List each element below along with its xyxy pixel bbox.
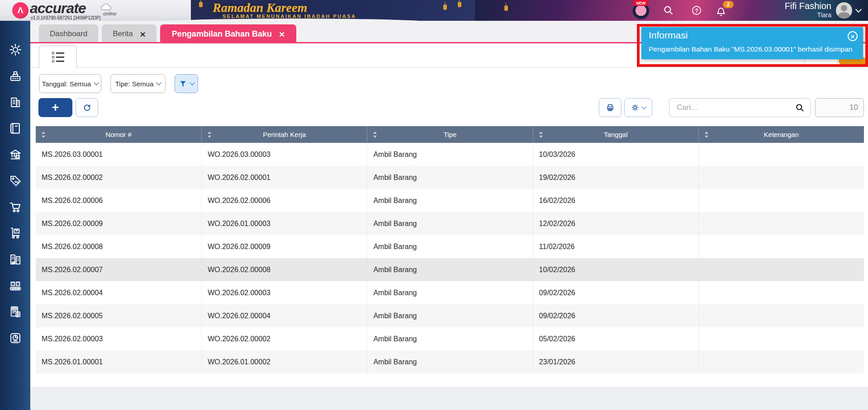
list-view-tab[interactable] — [39, 45, 77, 68]
settings-gear-icon[interactable] — [9, 43, 22, 57]
table-row[interactable]: MS.2026.02.00008WO.2026.02.00009Ambil Ba… — [36, 235, 864, 258]
bank-icon[interactable] — [9, 148, 22, 161]
close-icon[interactable]: × — [140, 29, 146, 39]
table-cell — [698, 281, 864, 304]
page-size-value: 10 — [849, 103, 858, 112]
table-cell — [698, 350, 864, 373]
table-cell: MS.2026.02.00003 — [36, 327, 201, 350]
filter-funnel-button[interactable] — [175, 74, 198, 93]
table-cell: WO.2026.03.00003 — [201, 143, 367, 166]
filter-tanggal-dropdown[interactable]: Tanggal: Semua — [39, 74, 101, 93]
table-row[interactable]: MS.2026.02.00002WO.2026.02.00001Ambil Ba… — [36, 166, 864, 189]
column-header[interactable]: Perintah Kerja — [201, 126, 367, 143]
chevron-down-icon — [157, 80, 161, 85]
sort-icon[interactable] — [41, 131, 46, 138]
company-building-icon[interactable] — [9, 95, 22, 109]
table-cell: 12/02/2026 — [533, 212, 698, 235]
banner-subtitle: SELAMAT MENUNAIKAN IBADAH PUASA — [223, 14, 356, 19]
plus-icon: + — [52, 101, 59, 115]
search-icon[interactable] — [662, 4, 675, 17]
sort-icon[interactable] — [207, 131, 212, 138]
column-header[interactable]: Tanggal — [533, 126, 698, 143]
table-row[interactable]: MS.2026.02.00006WO.2026.02.00006Ambil Ba… — [36, 189, 864, 212]
price-tag-rp-icon[interactable]: Rp — [9, 174, 22, 188]
hand-truck-icon[interactable] — [9, 226, 22, 240]
table-row[interactable]: MS.2026.02.00007WO.2026.02.00008Ambil Ba… — [36, 258, 864, 281]
table-cell: 23/01/2026 — [533, 350, 698, 373]
shopping-cart-icon[interactable] — [9, 200, 22, 214]
table-row[interactable]: MS.2026.02.00003WO.2026.02.00002Ambil Ba… — [36, 327, 864, 350]
table-cell: MS.2026.02.00006 — [36, 189, 201, 212]
table-header-row: Nomor #Perintah KerjaTipeTanggalKeterang… — [36, 126, 864, 143]
svg-text:?: ? — [695, 8, 698, 14]
table-row[interactable]: MS.2026.02.00009WO.2026.01.00003Ambil Ba… — [36, 212, 864, 235]
refresh-button[interactable] — [76, 98, 98, 117]
help-icon[interactable]: ? — [690, 4, 703, 17]
print-button[interactable] — [599, 98, 621, 117]
fixed-asset-icon[interactable] — [9, 253, 22, 266]
column-label: Nomor # — [105, 131, 132, 138]
table-cell: Ambil Barang — [367, 189, 532, 212]
add-button[interactable]: + — [38, 98, 72, 117]
table-settings-button[interactable] — [624, 98, 652, 117]
tab-pengambilan-bahan-baku[interactable]: Pengambilan Bahan Baku × — [160, 24, 296, 43]
funnel-icon — [179, 80, 187, 88]
notification-count-badge: 2 — [723, 1, 734, 8]
lantern-decoration — [504, 5, 508, 11]
table-cell: MS.2026.01.00001 — [36, 350, 201, 373]
tax-document-icon[interactable]: TAX — [9, 305, 22, 319]
cash-register-icon[interactable] — [9, 69, 22, 83]
table-cell — [698, 212, 864, 235]
table-cell: Ambil Barang — [367, 327, 532, 350]
magnifier-icon[interactable] — [795, 103, 805, 113]
column-header[interactable]: Tipe — [367, 126, 532, 143]
accurate-logo-icon[interactable]: Λ — [12, 2, 28, 19]
table-cell: 09/02/2026 — [533, 281, 698, 304]
lantern-decoration — [199, 2, 203, 7]
table-cell: WO.2026.02.00004 — [201, 304, 367, 327]
table-cell: Ambil Barang — [367, 350, 532, 373]
filter-tipe-dropdown[interactable]: Tipe: Semua — [110, 74, 166, 93]
table-cell — [698, 258, 864, 281]
table-row[interactable]: MS.2026.02.00004WO.2026.02.00003Ambil Ba… — [36, 281, 864, 304]
table-row[interactable]: MS.2026.01.00001WO.2026.01.00002Ambil Ba… — [36, 350, 864, 373]
lantern-decoration — [443, 5, 447, 10]
table-cell: MS.2026.02.00009 — [36, 212, 201, 235]
filter-tipe-label: Tipe: Semua — [115, 80, 154, 88]
table-cell: WO.2026.02.00001 — [201, 166, 367, 189]
sort-icon[interactable] — [373, 131, 377, 138]
data-table: Nomor #Perintah KerjaTipeTanggalKeterang… — [36, 126, 864, 373]
chevron-down-icon — [94, 80, 99, 85]
ledger-book-icon[interactable] — [9, 122, 22, 135]
column-header[interactable]: Nomor # — [36, 126, 201, 143]
column-label: Tanggal — [604, 131, 628, 138]
tab-dashboard[interactable]: Dashboard — [39, 24, 98, 43]
table-row[interactable]: MS.2026.02.00005WO.2026.02.00004Ambil Ba… — [36, 304, 864, 327]
table-row[interactable]: MS.2026.03.00001WO.2026.03.00003Ambil Ba… — [36, 143, 864, 166]
tab-berita[interactable]: Berita × — [102, 24, 157, 43]
table-cell: WO.2026.01.00002 — [201, 350, 367, 373]
table-cell: 16/02/2026 — [533, 189, 698, 212]
list-view-icon — [52, 52, 64, 62]
user-block[interactable]: Fifi Fashion Tiara — [751, 1, 831, 19]
cloud-icon — [100, 3, 113, 12]
sort-icon[interactable] — [539, 131, 543, 138]
column-label: Tipe — [444, 131, 457, 138]
toast-close-icon[interactable]: × — [848, 31, 858, 41]
page-size-selector[interactable]: 10 — [815, 98, 864, 117]
manufacturing-conveyor-icon[interactable] — [9, 279, 22, 292]
user-company: Tiara — [751, 12, 831, 19]
search-input[interactable] — [676, 103, 795, 113]
table-cell — [698, 166, 864, 189]
sort-icon[interactable] — [704, 131, 709, 138]
brand-online-label: online — [103, 11, 116, 16]
close-icon[interactable]: × — [279, 29, 285, 39]
refresh-icon — [83, 104, 91, 112]
column-header[interactable]: Keterangan — [698, 126, 864, 143]
accurate-online-app: Λ accurate online v1.0.1#3790-587261 [34… — [0, 0, 868, 410]
logo-glyph: Λ — [18, 5, 24, 15]
user-avatar[interactable] — [836, 2, 852, 19]
column-label: Perintah Kerja — [263, 131, 306, 138]
table-cell: Ambil Barang — [367, 281, 532, 304]
report-pie-icon[interactable] — [9, 331, 22, 345]
